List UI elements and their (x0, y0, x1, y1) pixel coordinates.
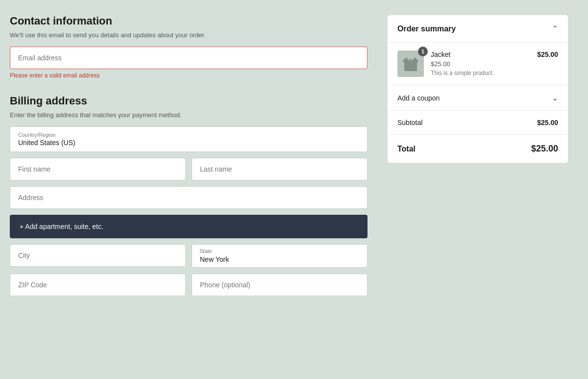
zip-input[interactable] (10, 274, 186, 296)
city-wrapper (10, 244, 186, 268)
contact-subtitle: We'll use this email to send you details… (10, 31, 368, 39)
billing-section: Billing address Enter the billing addres… (10, 95, 368, 296)
email-error-text: Please enter a valid email address (10, 72, 368, 79)
email-input[interactable] (10, 47, 368, 69)
city-state-row: State (10, 244, 368, 268)
order-item-row: 1 Jacket $25.00 This is a simple product… (388, 43, 568, 85)
city-input[interactable] (10, 244, 186, 267)
subtotal-value: $25.00 (537, 119, 558, 126)
zip-wrapper (10, 274, 186, 296)
first-name-input[interactable] (10, 158, 186, 180)
state-input[interactable] (192, 244, 368, 268)
country-label: Country/Region (18, 132, 359, 138)
subtotal-label: Subtotal (397, 119, 422, 126)
address-input[interactable] (10, 186, 368, 209)
name-row (10, 158, 368, 180)
order-item-name: Jacket (431, 51, 530, 58)
contact-title: Contact information (10, 15, 368, 27)
coupon-label: Add a coupon (397, 94, 440, 102)
collapse-icon: ⌃ (552, 24, 558, 33)
order-item-sub-price: $25.00 (431, 60, 530, 68)
right-column: Order summary ⌃ 1 (387, 15, 568, 302)
last-name-input[interactable] (192, 158, 368, 180)
address-field-wrapper (10, 186, 368, 209)
total-label: Total (397, 145, 416, 153)
coupon-row[interactable]: Add a coupon ⌄ (388, 85, 568, 111)
billing-title: Billing address (10, 95, 368, 107)
total-row: Total $25.00 (388, 135, 568, 163)
subtotal-row: Subtotal $25.00 (388, 111, 568, 135)
last-name-wrapper (192, 158, 368, 180)
order-item-details: Jacket $25.00 This is a simple product. (431, 51, 530, 76)
phone-input[interactable] (192, 274, 368, 296)
contact-section: Contact information We'll use this email… (10, 15, 368, 79)
order-summary-header[interactable]: Order summary ⌃ (388, 15, 568, 43)
order-item-description: This is a simple product. (431, 70, 530, 76)
zip-phone-row (10, 274, 368, 296)
left-column: Contact information We'll use this email… (10, 15, 368, 302)
order-summary-title: Order summary (397, 25, 456, 33)
country-select[interactable]: Country/Region United States (US) (10, 126, 368, 152)
state-wrapper: State (192, 244, 368, 268)
coupon-chevron-icon: ⌄ (552, 93, 558, 102)
email-field-wrapper: Please enter a valid email address (10, 47, 368, 79)
country-value: United States (US) (18, 139, 75, 147)
order-item-image-wrapper: 1 (397, 51, 424, 77)
first-name-wrapper (10, 158, 186, 180)
order-item-badge: 1 (418, 47, 428, 56)
add-apartment-label: + Add apartment, suite, etc. (20, 223, 103, 230)
order-summary-card: Order summary ⌃ 1 (387, 15, 568, 163)
add-apartment-button[interactable]: + Add apartment, suite, etc. (10, 215, 368, 238)
total-value: $25.00 (531, 144, 558, 154)
phone-wrapper (192, 274, 368, 296)
billing-subtitle: Enter the billing address that matches y… (10, 111, 368, 119)
order-item-price: $25.00 (537, 51, 558, 58)
country-field-wrapper: Country/Region United States (US) (10, 126, 368, 152)
